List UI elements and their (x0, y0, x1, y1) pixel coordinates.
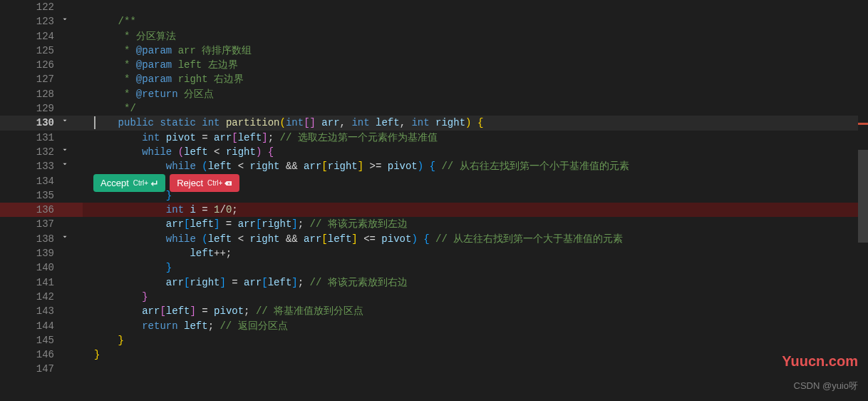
code-line[interactable]: while (left < right && arr[right] >= piv… (83, 159, 629, 173)
type: int (286, 117, 304, 128)
code-line[interactable]: } (83, 290, 148, 304)
reject-shortcut: Ctrl+ (207, 179, 232, 188)
doc-tag: @param (136, 59, 172, 71)
variable: left (208, 161, 232, 172)
fold-gutter (60, 246, 83, 260)
variable: right (262, 218, 291, 230)
code-line[interactable]: * 分区算法 (83, 29, 176, 44)
variable: left (208, 233, 232, 245)
code-line[interactable]: * @param left 左边界 (83, 58, 238, 72)
line-number: 135 (0, 188, 60, 203)
code-line-removed[interactable]: int i = 1/0; (83, 203, 238, 217)
code-line[interactable]: * @return 分区点 (83, 87, 214, 101)
line-number: 145 (0, 333, 60, 347)
type: int (351, 117, 369, 128)
accept-button[interactable]: Accept Ctrl+ (93, 174, 165, 192)
shortcut-text: Ctrl+ (207, 179, 222, 187)
fold-icon[interactable] (60, 116, 83, 130)
variable: right (226, 146, 256, 158)
code-line[interactable]: } (83, 260, 172, 275)
watermark-site: Yuucn.com (782, 353, 858, 370)
code-line[interactable]: } (83, 333, 124, 347)
enter-icon (150, 179, 158, 188)
fold-icon[interactable] (60, 159, 83, 173)
operator: = (196, 132, 214, 143)
comment: // 将基准值放到分区点 (256, 305, 363, 317)
line-number: 144 (0, 319, 60, 333)
line-number: 132 (0, 145, 60, 159)
variable: right (249, 161, 279, 172)
variable: left (166, 305, 190, 317)
line-number: 126 (0, 58, 60, 72)
comment: 分区点 (178, 88, 214, 100)
code-line[interactable] (83, 0, 94, 14)
code-line[interactable]: } (83, 347, 100, 362)
variable: left (268, 277, 292, 288)
variable: arr (304, 161, 321, 172)
line-number: 122 (0, 0, 60, 14)
line-number: 141 (0, 275, 60, 290)
variable: pivot (381, 233, 411, 245)
comment: // 选取左边第一个元素作为基准值 (280, 132, 438, 143)
variable: arr (244, 277, 262, 288)
code-line[interactable]: left++; (83, 246, 232, 260)
fold-gutter (60, 203, 83, 217)
code-line[interactable]: arr[right] = arr[left]; // 将该元素放到右边 (83, 275, 408, 290)
comment: /** (118, 16, 136, 27)
fold-icon[interactable] (60, 145, 83, 159)
fold-icon[interactable] (60, 232, 83, 246)
code-line[interactable]: arr[left] = arr[right]; // 将该元素放到左边 (83, 217, 408, 231)
variable: arr (214, 132, 232, 143)
comment: * (118, 59, 136, 71)
code-line[interactable]: while (left < right && arr[left] <= pivo… (83, 232, 623, 246)
variable: left (190, 248, 214, 259)
variable: right (190, 277, 219, 288)
operator: && (280, 161, 304, 172)
fold-gutter (60, 260, 83, 275)
watermark-author: CSDN @yuio呀 (794, 380, 859, 392)
line-number: 139 (0, 246, 60, 260)
code-line[interactable]: * @param arr 待排序数组 (83, 44, 252, 58)
operator: < (208, 146, 226, 158)
comment: arr 待排序数组 (172, 45, 252, 56)
code-line[interactable] (83, 362, 94, 376)
code-line[interactable]: int pivot = arr[left]; // 选取左边第一个元素作为基准值 (83, 131, 438, 145)
fold-gutter (60, 347, 83, 362)
operator: && (280, 233, 304, 245)
code-line[interactable]: return left; // 返回分区点 (83, 319, 288, 333)
error-marker[interactable] (858, 123, 868, 125)
vertical-scrollbar[interactable] (858, 0, 868, 401)
type: int (202, 117, 219, 128)
code-line[interactable]: * @param right 右边界 (83, 72, 244, 86)
variable: left (238, 132, 262, 143)
comment: * (118, 88, 136, 100)
shortcut-text: Ctrl+ (133, 179, 148, 187)
variable: right (328, 161, 358, 172)
fold-gutter (60, 290, 83, 304)
keyword: public (118, 117, 154, 128)
code-line[interactable]: */ (83, 101, 136, 116)
accept-shortcut: Ctrl+ (133, 179, 158, 188)
line-number: 128 (0, 87, 60, 101)
code-line[interactable]: /** (83, 14, 136, 29)
scrollbar-thumb[interactable] (858, 150, 868, 243)
fold-gutter (60, 29, 83, 44)
code-line[interactable]: arr[left] = pivot; // 将基准值放到分区点 (83, 304, 363, 318)
line-number: 129 (0, 101, 60, 116)
param: left (376, 117, 400, 128)
keyword: while (142, 146, 172, 158)
fold-icon[interactable] (60, 14, 83, 29)
comment: // 将该元素放到左边 (310, 218, 408, 230)
reject-button[interactable]: Reject Ctrl+ (170, 174, 239, 192)
code-line[interactable]: public static int partition(int[] arr, i… (83, 116, 483, 130)
variable: left (328, 233, 352, 245)
fold-gutter (60, 174, 83, 188)
brace: } (94, 349, 100, 360)
code-line[interactable]: while (left < right) { (83, 145, 274, 159)
variable: left (184, 320, 208, 332)
variable: arr (166, 277, 184, 288)
comment: * (118, 73, 136, 85)
operator: = (219, 218, 237, 230)
fold-gutter (60, 87, 83, 101)
variable: arr (304, 233, 321, 245)
